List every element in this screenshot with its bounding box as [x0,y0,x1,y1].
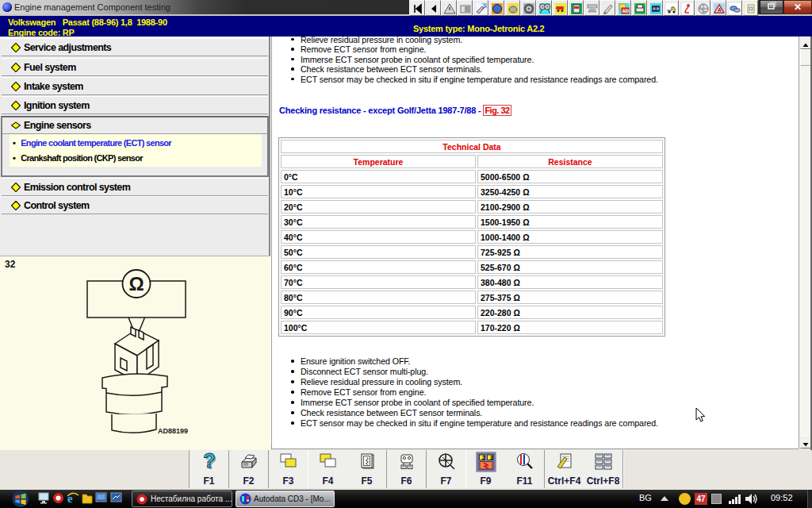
svg-text:Ω: Ω [128,273,144,294]
svg-text:?: ? [203,452,215,471]
svg-text:3: 3 [490,455,493,460]
svg-text:AD88199: AD88199 [158,427,188,435]
svg-text:A: A [718,7,722,13]
svg-text:AD: AD [622,9,630,13]
svg-text:2: 2 [482,455,485,460]
